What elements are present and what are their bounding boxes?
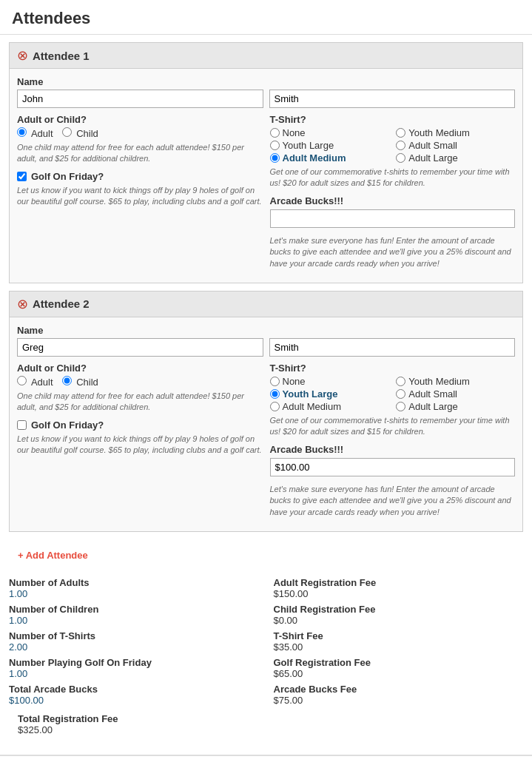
total-reg-fee-value: $325.00 [18, 724, 53, 735]
tshirt-radio-adult_large-1[interactable] [396, 153, 405, 163]
summary-item-label: Number Playing Golf On Friday [9, 657, 259, 668]
arcade-hint-2: Let's make sure everyone has fun! Enter … [270, 484, 516, 518]
attendee-2-section: ⊗ Attendee 2 Name Adult or Child? Adult … [9, 291, 523, 532]
summary-fee-item: Adult Registration Fee$150.00 [274, 577, 524, 599]
adult-child-label-2: Adult or Child? [17, 363, 263, 374]
golf-checkbox-2[interactable] [17, 420, 27, 430]
summary-grid: Number of Adults1.00Adult Registration F… [9, 577, 523, 706]
page-title: Attendees [0, 0, 532, 35]
adult-child-radio-group-1: Adult Child [17, 127, 263, 139]
summary-fee-value: $75.00 [274, 695, 524, 706]
first-name-input-2[interactable] [17, 338, 263, 357]
golf-hint-1: Let us know if you want to kick things o… [17, 185, 263, 208]
tshirt-radio-youth_medium-1[interactable] [396, 128, 405, 138]
tshirt-label-1: T-Shirt? [270, 114, 516, 125]
summary-item: Number Playing Golf On Friday1.00 [9, 657, 259, 679]
tshirt-label-2: T-Shirt? [270, 363, 516, 374]
adult-child-radio-child-1[interactable] [62, 127, 72, 137]
remove-attendee-1-button[interactable]: ⊗ [17, 49, 28, 62]
tshirt-radio-adult_large-2[interactable] [396, 402, 405, 411]
tshirt-hint-1: Get one of our commemorative t-shirts to… [270, 166, 516, 189]
tshirt-option-none-1[interactable]: None [270, 127, 389, 138]
name-label-1: Name [17, 76, 515, 87]
summary-item-value: 2.00 [9, 641, 259, 653]
summary-fee-label: Child Registration Fee [274, 604, 524, 615]
tshirt-option-youth_large-2[interactable]: Youth Large [270, 388, 389, 400]
golf-section-1: Golf On Friday?Let us know if you want t… [17, 171, 263, 208]
summary-fee-item: Golf Registration Fee$65.00 [274, 657, 524, 679]
adult-child-option-child-2[interactable]: Child [62, 377, 98, 388]
attendee-2-title: Attendee 2 [33, 297, 90, 310]
adult-child-radio-adult-1[interactable] [17, 127, 27, 137]
tshirt-radio-none-2[interactable] [270, 377, 280, 386]
summary-item-label: Total Arcade Bucks [9, 684, 259, 695]
plus-icon: + [18, 550, 24, 561]
tshirt-option-adult_large-2[interactable]: Adult Large [396, 401, 515, 412]
tshirt-radio-none-1[interactable] [270, 128, 280, 138]
tshirt-radio-youth_large-1[interactable] [270, 141, 280, 150]
tshirt-option-adult_medium-2[interactable]: Adult Medium [270, 401, 389, 412]
tshirt-radio-adult_medium-2[interactable] [270, 402, 280, 411]
summary-fee-item: T-Shirt Fee$35.00 [274, 630, 524, 653]
golf-section-2: Golf On Friday?Let us know if you want t… [17, 419, 263, 456]
attendee-1-section: ⊗ Attendee 1 Name Adult or Child? Adult … [9, 42, 523, 283]
tshirt-radio-youth_large-2[interactable] [270, 389, 280, 399]
adult-child-hint-2: One child may attend for free for each a… [17, 391, 263, 414]
first-name-input-1[interactable] [17, 90, 263, 108]
tshirt-radio-adult_small-2[interactable] [396, 389, 405, 399]
tshirt-radio-adult_medium-1[interactable] [270, 153, 280, 163]
tshirt-option-youth_medium-1[interactable]: Youth Medium [396, 127, 515, 138]
tshirt-grid-1: None Youth Medium Youth Large Adult Smal… [270, 127, 516, 164]
summary-item: Number of T-Shirts2.00 [9, 630, 259, 653]
adult-child-option-adult-2[interactable]: Adult [17, 377, 53, 388]
summary-fee-item: Arcade Bucks Fee$75.00 [274, 684, 524, 706]
tshirt-option-adult_large-1[interactable]: Adult Large [396, 152, 515, 164]
last-name-input-2[interactable] [269, 338, 516, 357]
adult-child-option-adult-1[interactable]: Adult [17, 128, 53, 139]
summary-section: Number of Adults1.00Adult Registration F… [0, 571, 532, 747]
total-reg-fee: Total Registration Fee $325.00 [9, 710, 523, 741]
adult-child-radio-child-2[interactable] [62, 376, 72, 385]
adult-child-option-child-1[interactable]: Child [62, 128, 98, 139]
add-attendee-label: Add Attendee [26, 550, 88, 561]
summary-fee-value: $65.00 [274, 668, 524, 679]
last-name-input-1[interactable] [269, 90, 516, 108]
remove-attendee-2-button[interactable]: ⊗ [17, 297, 28, 311]
tshirt-hint-2: Get one of our commemorative t-shirts to… [270, 415, 516, 438]
adult-child-hint-1: One child may attend for free for each a… [17, 142, 263, 165]
summary-fee-label: T-Shirt Fee [274, 630, 524, 641]
summary-item-value: 1.00 [9, 668, 259, 679]
arcade-section-2: Arcade Bucks!!!Let's make sure everyone … [270, 444, 516, 518]
tshirt-option-none-2[interactable]: None [270, 376, 389, 387]
summary-item: Number of Adults1.00 [9, 577, 259, 599]
summary-fee-item: Child Registration Fee$0.00 [274, 604, 524, 626]
summary-item: Total Arcade Bucks$100.00 [9, 684, 259, 706]
tshirt-radio-youth_medium-2[interactable] [396, 377, 405, 386]
tshirt-option-youth_large-1[interactable]: Youth Large [270, 140, 389, 151]
tshirt-option-adult_small-2[interactable]: Adult Small [396, 388, 515, 400]
tshirt-option-adult_medium-1[interactable]: Adult Medium [270, 152, 389, 164]
summary-fee-value: $0.00 [274, 615, 524, 626]
attendee-1-title: Attendee 1 [33, 50, 90, 62]
golf-hint-2: Let us know if you want to kick things o… [17, 434, 263, 456]
arcade-input-2[interactable] [270, 458, 516, 476]
tshirt-radio-adult_small-1[interactable] [396, 141, 405, 150]
summary-item-label: Number of T-Shirts [9, 630, 259, 641]
arcade-input-1[interactable] [270, 209, 516, 228]
summary-fee-label: Golf Registration Fee [274, 657, 524, 668]
add-attendee-button[interactable]: + Add Attendee [9, 544, 97, 567]
arcade-label-2: Arcade Bucks!!! [270, 444, 516, 455]
name-label-2: Name [17, 325, 515, 336]
golf-label-text-1: Golf On Friday? [31, 171, 104, 182]
tshirt-grid-2: None Youth Medium Youth Large Adult Smal… [270, 376, 516, 412]
summary-item-label: Number of Adults [9, 577, 259, 588]
tshirt-option-youth_medium-2[interactable]: Youth Medium [396, 376, 515, 387]
summary-item-value: 1.00 [9, 588, 259, 599]
arcade-section-1: Arcade Bucks!!!Let's make sure everyone … [270, 195, 516, 269]
tshirt-option-adult_small-1[interactable]: Adult Small [396, 140, 515, 151]
summary-item-label: Number of Children [9, 604, 259, 615]
payment-heading: Payment [0, 755, 532, 765]
adult-child-radio-adult-2[interactable] [17, 376, 27, 385]
total-reg-fee-label: Total Registration Fee [18, 713, 118, 724]
golf-checkbox-1[interactable] [17, 172, 27, 181]
